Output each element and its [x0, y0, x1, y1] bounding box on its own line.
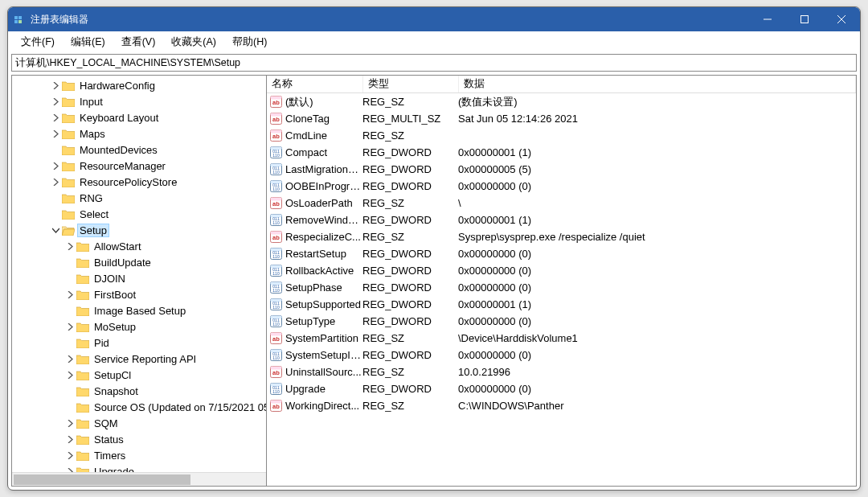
tree-node[interactable]: RNG	[12, 190, 267, 206]
window-buttons	[749, 7, 860, 31]
chevron-right-icon[interactable]	[63, 240, 76, 253]
tree-node-label: SetupCl	[92, 369, 133, 381]
chevron-right-icon[interactable]	[63, 368, 76, 381]
value-type: REG_DWORD	[362, 349, 458, 361]
string-value-icon	[270, 197, 282, 209]
menu-edit[interactable]: 编辑(E)	[63, 32, 113, 52]
tree-node-label: MoSetup	[92, 321, 137, 333]
tree-node[interactable]: Keyboard Layout	[12, 109, 267, 125]
value-row[interactable]: RestartSetupREG_DWORD0x00000000 (0)	[267, 245, 856, 262]
tree-node-label: Select	[78, 208, 110, 220]
address-bar[interactable]: 计算机\HKEY_LOCAL_MACHINE\SYSTEM\Setup	[11, 54, 857, 72]
value-row[interactable]: CompactREG_DWORD0x00000001 (1)	[267, 144, 856, 161]
binary-value-icon	[270, 163, 282, 175]
tree-node[interactable]: BuildUpdate	[12, 254, 267, 270]
expander-empty	[49, 143, 62, 156]
chevron-right-icon[interactable]	[63, 288, 76, 301]
value-type: REG_DWORD	[362, 180, 458, 192]
expander-empty	[63, 272, 76, 285]
tree-node[interactable]: Source OS (Updated on 7/15/2021 05:16:30…	[12, 399, 267, 415]
list-body[interactable]: (默认)REG_SZ(数值未设置)CloneTagREG_MULTI_SZSat…	[267, 93, 856, 486]
tree-node[interactable]: Pid	[12, 335, 267, 351]
tree-node-label: FirstBoot	[92, 289, 137, 301]
tree-node[interactable]: Select	[12, 206, 267, 222]
tree-node[interactable]: MoSetup	[12, 318, 267, 335]
value-name: LastMigrationS...	[285, 163, 362, 175]
chevron-right-icon[interactable]	[63, 417, 76, 429]
app-icon	[13, 13, 26, 26]
value-row[interactable]: SetupSupportedREG_DWORD0x00000001 (1)	[267, 296, 856, 313]
maximize-button[interactable]	[786, 7, 823, 31]
value-row[interactable]: WorkingDirect...REG_SZC:\WINDOWS\Panther	[267, 397, 856, 414]
close-button[interactable]	[823, 7, 860, 31]
chevron-right-icon[interactable]	[49, 175, 62, 188]
chevron-right-icon[interactable]	[49, 111, 62, 124]
value-row[interactable]: LastMigrationS...REG_DWORD0x00000005 (5)	[267, 161, 856, 178]
folder-icon	[62, 97, 75, 107]
value-row[interactable]: UninstallSourc...REG_SZ10.0.21996	[267, 364, 856, 380]
tree-node[interactable]: AllowStart	[12, 238, 267, 254]
value-row[interactable]: OsLoaderPathREG_SZ\	[267, 195, 856, 212]
tree-node[interactable]: SetupCl	[12, 367, 267, 383]
chevron-right-icon[interactable]	[49, 127, 62, 140]
value-row[interactable]: CmdLineREG_SZ	[267, 127, 856, 144]
value-row[interactable]: SetupPhaseREG_DWORD0x00000000 (0)	[267, 279, 856, 296]
minimize-button[interactable]	[749, 7, 786, 31]
expander-empty	[63, 336, 76, 349]
value-row[interactable]: SetupTypeREG_DWORD0x00000000 (0)	[267, 313, 856, 330]
value-type: REG_DWORD	[362, 163, 458, 175]
titlebar: 注册表编辑器	[8, 7, 860, 31]
tree-node[interactable]: Status	[12, 431, 267, 447]
menu-help[interactable]: 帮助(H)	[224, 32, 275, 52]
tree-node[interactable]: Snapshot	[12, 383, 267, 399]
chevron-right-icon[interactable]	[49, 95, 62, 108]
menu-fav[interactable]: 收藏夹(A)	[163, 32, 224, 52]
chevron-right-icon[interactable]	[49, 159, 62, 172]
menu-file[interactable]: 文件(F)	[13, 32, 63, 52]
tree-node[interactable]: Image Based Setup	[12, 302, 267, 318]
chevron-down-icon[interactable]	[49, 224, 62, 236]
tree-node[interactable]: DJOIN	[12, 270, 267, 286]
value-data: 0x00000000 (0)	[458, 248, 856, 260]
col-data[interactable]: 数据	[459, 76, 856, 92]
tree-node[interactable]: SQM	[12, 415, 267, 431]
chevron-right-icon[interactable]	[63, 449, 76, 462]
tree-scrollbar[interactable]	[12, 472, 266, 486]
chevron-right-icon[interactable]	[63, 352, 76, 365]
tree-node[interactable]: HardwareConfig	[12, 77, 267, 93]
tree-node-label: Service Reporting API	[92, 353, 198, 365]
tree-node[interactable]: Service Reporting API	[12, 351, 267, 367]
value-row[interactable]: SystemPartitionREG_SZ\Device\HarddiskVol…	[267, 330, 856, 347]
tree-node[interactable]: FirstBoot	[12, 286, 267, 302]
tree-node[interactable]: Timers	[12, 447, 267, 463]
value-data: 0x00000000 (0)	[458, 383, 856, 395]
col-name[interactable]: 名称	[267, 76, 363, 92]
tree-node[interactable]: Maps	[12, 125, 267, 142]
tree-node[interactable]: ResourceManager	[12, 158, 267, 174]
tree-node[interactable]: MountedDevices	[12, 142, 267, 158]
menu-view[interactable]: 查看(V)	[113, 32, 164, 52]
tree-node[interactable]: Input	[12, 93, 267, 109]
value-row[interactable]: RemoveWindo...REG_DWORD0x00000001 (1)	[267, 212, 856, 228]
expander-empty	[63, 384, 76, 397]
value-type: REG_SZ	[362, 96, 458, 108]
value-row[interactable]: RespecializeC...REG_SZSysprep\sysprep.ex…	[267, 228, 856, 245]
value-data: 0x00000005 (5)	[458, 163, 856, 175]
chevron-right-icon[interactable]	[49, 79, 62, 92]
col-type[interactable]: 类型	[363, 76, 459, 92]
value-name: SystemSetupIn...	[285, 349, 362, 361]
value-type: REG_SZ	[362, 231, 458, 243]
tree-pane[interactable]: HardwareConfigInputKeyboard LayoutMapsMo…	[12, 76, 267, 486]
tree-node[interactable]: Setup	[12, 222, 267, 238]
value-row[interactable]: RollbackActiveREG_DWORD0x00000000 (0)	[267, 262, 856, 279]
value-row[interactable]: UpgradeREG_DWORD0x00000000 (0)	[267, 380, 856, 397]
tree-node[interactable]: ResourcePolicyStore	[12, 174, 267, 190]
value-row[interactable]: (默认)REG_SZ(数值未设置)	[267, 93, 856, 110]
value-type: REG_DWORD	[362, 315, 458, 327]
chevron-right-icon[interactable]	[63, 433, 76, 446]
expander-empty	[63, 400, 76, 413]
value-row[interactable]: CloneTagREG_MULTI_SZSat Jun 05 12:14:26 …	[267, 110, 856, 127]
value-row[interactable]: OOBEInProgre...REG_DWORD0x00000000 (0)	[267, 178, 856, 195]
value-row[interactable]: SystemSetupIn...REG_DWORD0x00000000 (0)	[267, 347, 856, 364]
chevron-right-icon[interactable]	[63, 320, 76, 333]
